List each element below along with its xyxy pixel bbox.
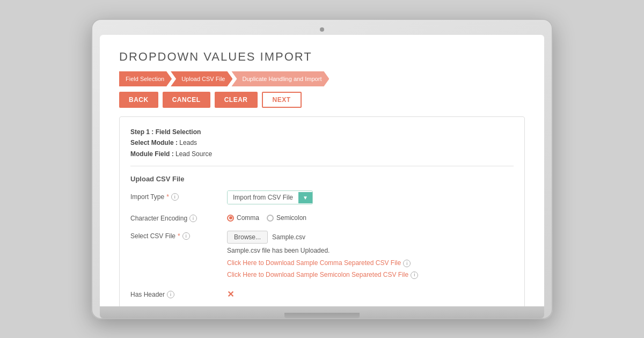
module-value: Leads	[179, 139, 197, 146]
laptop-vent	[284, 313, 360, 318]
csv-link-semicolon-info-icon[interactable]: i	[411, 271, 418, 279]
dropdown-arrow-icon[interactable]: ▼	[298, 192, 312, 203]
import-type-info-icon[interactable]: i	[171, 193, 179, 201]
import-type-value: Import from CSV File	[228, 191, 298, 204]
csv-file-control: Browse... Sample.csv Sample.csv file has…	[227, 230, 514, 281]
has-header-row: Has Header i ✕	[130, 288, 514, 299]
module-label: Select Module :	[130, 139, 178, 146]
import-type-select[interactable]: Import from CSV File ▼	[227, 190, 313, 204]
filename-display: Sample.csv	[272, 233, 305, 241]
laptop-screen: DROPDOWN VALUES IMPORT Field Selection U…	[100, 35, 544, 306]
step-field-selection[interactable]: Field Selection	[119, 71, 172, 86]
page-title: DROPDOWN VALUES IMPORT	[119, 50, 525, 64]
csv-link-comma[interactable]: Click Here to Download Sample Comma Sepa…	[227, 258, 514, 269]
divider	[130, 166, 514, 166]
laptop-base	[100, 306, 544, 318]
radio-comma-dot	[227, 215, 234, 222]
radio-semicolon[interactable]: Semicolon	[267, 214, 306, 222]
radio-semicolon-dot	[267, 215, 274, 222]
import-type-row: Import Type* i Import from CSV File ▼	[130, 190, 514, 204]
step-duplicate-handling[interactable]: Duplicate Handling and Import	[231, 71, 329, 86]
char-encoding-row: Character Encoding i Comma Semicolon	[130, 212, 514, 222]
action-buttons: BACK CANCEL CLEAR NEXT	[119, 92, 525, 108]
csv-file-info-icon[interactable]: i	[182, 232, 190, 240]
upload-section-header: Upload CSV File	[130, 175, 514, 183]
next-button[interactable]: NEXT	[262, 92, 302, 108]
radio-comma[interactable]: Comma	[227, 214, 259, 222]
laptop-camera	[320, 27, 324, 32]
summary-section: Step 1 : Field Selection Select Module :…	[130, 127, 514, 159]
import-type-control: Import from CSV File ▼	[227, 190, 514, 204]
upload-status: Sample.csv file has been Uploaded.	[227, 247, 514, 254]
csv-file-label: Select CSV File* i	[130, 230, 227, 240]
import-type-label: Import Type* i	[130, 190, 227, 201]
cancel-button[interactable]: CANCEL	[163, 92, 210, 108]
has-header-label: Has Header i	[130, 288, 227, 298]
csv-link-semicolon[interactable]: Click Here to Download Sample Semicolon …	[227, 269, 514, 281]
field-value: Lead Source	[175, 150, 212, 158]
radio-group-encoding: Comma Semicolon	[227, 212, 514, 222]
char-encoding-label: Character Encoding i	[130, 212, 227, 222]
content-card: Step 1 : Field Selection Select Module :…	[119, 116, 525, 306]
clear-button[interactable]: CLEAR	[215, 92, 258, 108]
csv-file-row: Select CSV File* i Browse... Sample.csv …	[130, 230, 514, 281]
step-upload-csv[interactable]: Upload CSV File	[171, 71, 232, 86]
breadcrumb-steps: Field Selection Upload CSV File Duplicat…	[119, 71, 525, 86]
char-encoding-info-icon[interactable]: i	[189, 215, 197, 222]
csv-link-comma-info-icon[interactable]: i	[403, 260, 411, 267]
char-encoding-control: Comma Semicolon	[227, 212, 514, 222]
back-button[interactable]: BACK	[119, 92, 158, 108]
has-header-info-icon[interactable]: i	[167, 291, 174, 298]
csv-links: Click Here to Download Sample Comma Sepa…	[227, 258, 514, 281]
has-header-control: ✕	[227, 288, 514, 299]
file-input-group: Browse... Sample.csv	[227, 230, 514, 244]
step-label: Step 1 : Field Selection	[130, 128, 201, 136]
field-label: Module Field :	[130, 150, 174, 158]
laptop-shell: DROPDOWN VALUES IMPORT Field Selection U…	[91, 19, 553, 319]
browse-button[interactable]: Browse...	[227, 231, 268, 244]
has-header-x-icon[interactable]: ✕	[227, 288, 514, 299]
